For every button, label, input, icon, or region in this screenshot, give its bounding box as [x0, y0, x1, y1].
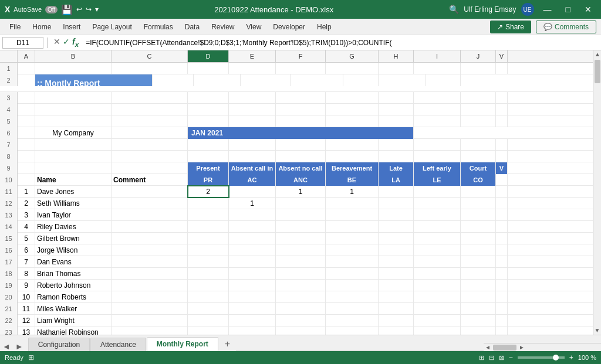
tab-monthly-report[interactable]: Monthly Report	[147, 337, 218, 351]
row-num[interactable]: 9	[0, 162, 18, 174]
row-num[interactable]: 21	[0, 303, 18, 315]
row-num[interactable]: 3	[0, 92, 18, 104]
zoom-slider[interactable]	[518, 356, 565, 359]
cell-h3[interactable]	[379, 92, 414, 104]
scroll-right-arrow[interactable]: ►	[518, 343, 526, 352]
redo-icon[interactable]: ↪	[86, 5, 92, 13]
cell-f10[interactable]: ANC	[276, 174, 326, 186]
autosave-toggle[interactable]: Off	[45, 6, 58, 13]
row-num[interactable]: 2	[0, 74, 18, 86]
col-header-c[interactable]: C	[112, 50, 188, 62]
scroll-thumb[interactable]	[595, 60, 600, 83]
save-icon[interactable]: 💾	[61, 4, 73, 15]
row-num[interactable]: 12	[0, 198, 18, 209]
cell-b6[interactable]: My Company	[35, 127, 112, 139]
row-num[interactable]: 1	[0, 63, 18, 74]
cell-j2[interactable]	[426, 74, 461, 86]
cell-extra3[interactable]	[496, 92, 508, 104]
grid-view-icon[interactable]: ⊞	[479, 354, 484, 362]
add-sheet-button[interactable]: +	[219, 337, 236, 351]
row-num[interactable]: 19	[0, 280, 18, 291]
col-header-e[interactable]: E	[229, 50, 276, 62]
cell-g11[interactable]: 1	[326, 186, 379, 198]
formula-input[interactable]	[83, 38, 599, 48]
row-num[interactable]: 7	[0, 139, 18, 151]
row-num[interactable]: 18	[0, 268, 18, 280]
tab-scroll-left[interactable]: ◄	[2, 342, 11, 351]
scroll-left-arrow[interactable]: ◄	[484, 343, 492, 352]
col-header-j[interactable]: J	[461, 50, 496, 62]
page-layout-icon[interactable]: ⊟	[489, 354, 494, 362]
confirm-formula-icon[interactable]: ✓	[63, 37, 70, 48]
row-num[interactable]: 16	[0, 244, 18, 256]
row-num[interactable]: 14	[0, 221, 18, 233]
scroll-up-arrow[interactable]: ▲	[593, 50, 601, 59]
tab-scroll-right[interactable]: ►	[15, 342, 23, 351]
cell-extra1[interactable]	[496, 63, 508, 74]
cell-g1[interactable]	[326, 63, 379, 74]
cell-a1[interactable]	[18, 63, 35, 74]
cell-c10[interactable]: Comment	[112, 174, 188, 186]
cell-g2[interactable]	[291, 74, 343, 86]
menu-review[interactable]: Review	[207, 22, 239, 32]
minimize-button[interactable]: —	[539, 4, 556, 15]
tab-attendance[interactable]: Attendance	[90, 338, 146, 351]
cell-i1[interactable]	[414, 63, 461, 74]
page-break-icon[interactable]: ⊠	[499, 354, 504, 362]
col-header-i[interactable]: I	[414, 50, 461, 62]
close-button[interactable]: ✕	[580, 4, 596, 15]
insert-function-icon[interactable]: fx	[72, 37, 79, 48]
cell-d2[interactable]	[153, 74, 194, 86]
scroll-h-thumb[interactable]	[493, 345, 516, 351]
cell-h1[interactable]	[379, 63, 414, 74]
cell-b11[interactable]: Dave Jones	[35, 186, 112, 198]
cell-f11[interactable]: 1	[276, 186, 326, 198]
cell-e2[interactable]	[194, 74, 241, 86]
row-num[interactable]: 17	[0, 256, 18, 268]
row-num[interactable]: 5	[0, 115, 18, 127]
cell-d3[interactable]	[188, 92, 229, 104]
cell-a2[interactable]	[18, 74, 35, 86]
row-num[interactable]: 4	[0, 104, 18, 115]
row-num[interactable]: 10	[0, 174, 18, 186]
cell-i2[interactable]	[379, 74, 426, 86]
comments-button[interactable]: 💬 Comments	[536, 21, 596, 33]
cell-h10[interactable]: LA	[379, 174, 414, 186]
row-num[interactable]: 22	[0, 315, 18, 326]
cell-g9[interactable]: Bereavement	[326, 162, 379, 174]
cell-b12[interactable]: Seth Williams	[35, 198, 112, 209]
menu-formulas[interactable]: Formulas	[139, 22, 178, 32]
row-num[interactable]: 20	[0, 291, 18, 303]
cell-i10[interactable]: LE	[414, 174, 461, 186]
share-button[interactable]: ↗ Share	[490, 21, 531, 33]
col-header-d[interactable]: D	[188, 50, 229, 62]
vertical-scrollbar[interactable]: ▲ ▼	[593, 50, 601, 335]
cell-f1[interactable]	[276, 63, 326, 74]
col-header-b[interactable]: B	[35, 50, 112, 62]
cell-j3[interactable]	[461, 92, 496, 104]
col-header-extra[interactable]: V	[496, 50, 508, 62]
cell-b3[interactable]	[35, 92, 112, 104]
menu-insert[interactable]: Insert	[58, 22, 85, 32]
zoom-in-button[interactable]: +	[569, 353, 573, 362]
user-avatar[interactable]: UE	[521, 3, 534, 16]
undo-icon[interactable]: ↩	[76, 5, 82, 13]
cell-e3[interactable]	[229, 92, 276, 104]
menu-file[interactable]: File	[5, 22, 25, 32]
menu-view[interactable]: View	[242, 22, 266, 32]
cell-e1[interactable]	[229, 63, 276, 74]
cell-c1[interactable]	[112, 63, 188, 74]
cell-b1[interactable]	[35, 63, 112, 74]
scroll-down-arrow[interactable]: ▼	[593, 326, 601, 335]
horizontal-scrollbar[interactable]: ◄ ►	[484, 343, 601, 351]
maximize-button[interactable]: □	[561, 4, 575, 15]
col-header-f[interactable]: F	[276, 50, 326, 62]
cell-d11[interactable]: 2	[188, 186, 229, 198]
col-header-a[interactable]: A	[18, 50, 35, 62]
cell-c3[interactable]	[112, 92, 188, 104]
row-num[interactable]: 8	[0, 151, 18, 162]
cell-h9[interactable]: Late	[379, 162, 414, 174]
row-num[interactable]: 15	[0, 233, 18, 244]
cell-h2[interactable]	[343, 74, 379, 86]
cell-d10[interactable]: PR	[188, 174, 229, 186]
